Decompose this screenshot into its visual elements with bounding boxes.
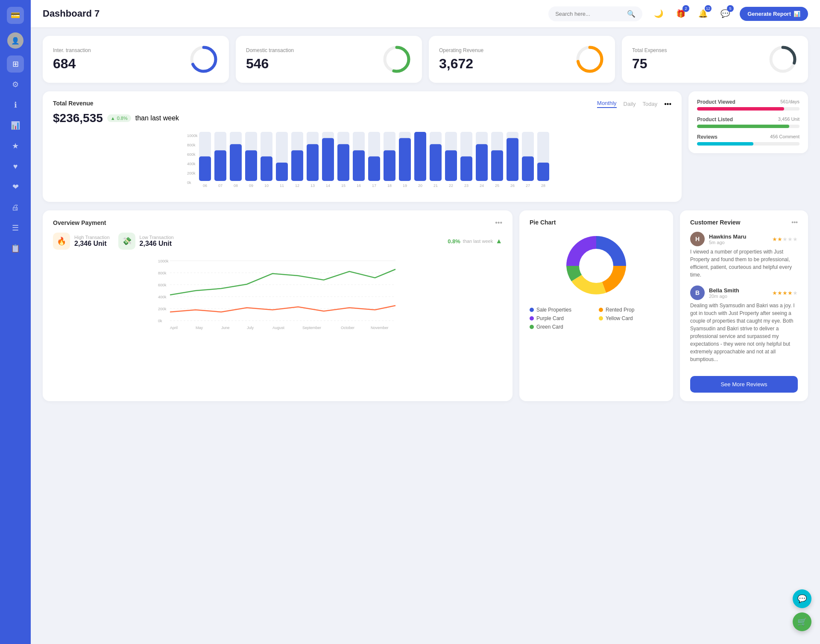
low-transaction-stat: 💸 Low Transaction 2,346 Unit bbox=[118, 233, 174, 250]
payment-chart: 1000k 800k 600k 400k 200k 0k bbox=[53, 256, 502, 333]
delta-label: than last week bbox=[135, 114, 179, 122]
generate-report-button[interactable]: Generate Report 📊 bbox=[740, 7, 808, 21]
stat-label-1: Domestic transaction bbox=[246, 47, 294, 53]
bell-badge: 12 bbox=[705, 5, 712, 12]
main-content: Dashboard 7 🔍 🌙 🎁 2 🔔 12 💬 5 Generate Re… bbox=[31, 0, 820, 644]
review-avatar-0: H bbox=[690, 232, 705, 246]
svg-rect-81 bbox=[537, 163, 549, 181]
chat-icon-btn[interactable]: 💬 5 bbox=[718, 6, 733, 21]
high-transaction-label: High Transaction bbox=[74, 235, 110, 240]
low-transaction-icon: 💸 bbox=[118, 233, 135, 250]
pie-chart-svg bbox=[562, 232, 630, 300]
high-transaction-stat: 🔥 High Transaction 2,346 Unit bbox=[53, 233, 110, 250]
svg-rect-42 bbox=[337, 144, 349, 181]
metric-item-1: Product Listed 3,456 Unit bbox=[697, 117, 800, 128]
reviews-card: Customer Review ••• H Hawkins Maru 5m ag… bbox=[680, 210, 808, 401]
see-more-reviews-button[interactable]: See More Reviews bbox=[690, 376, 798, 393]
payment-more-icon[interactable]: ••• bbox=[495, 219, 502, 227]
svg-text:15: 15 bbox=[341, 184, 346, 188]
svg-text:25: 25 bbox=[495, 184, 499, 188]
payment-card: Overview Payment ••• 🔥 High Transaction … bbox=[43, 210, 512, 401]
svg-rect-45 bbox=[353, 150, 365, 181]
sidebar-item-heart[interactable]: ♥ bbox=[7, 158, 24, 175]
revenue-amount: $236,535 bbox=[53, 111, 103, 125]
sidebar-item-star[interactable]: ★ bbox=[7, 137, 24, 154]
sidebar-item-menu[interactable]: ☰ bbox=[7, 219, 24, 236]
stat-donut-3 bbox=[768, 44, 798, 74]
svg-rect-39 bbox=[322, 138, 334, 181]
svg-rect-75 bbox=[507, 138, 518, 181]
metric-value-0: 561/days bbox=[780, 99, 800, 105]
avatar[interactable]: 👤 bbox=[7, 32, 23, 49]
metric-bar-1 bbox=[697, 125, 800, 128]
svg-rect-24 bbox=[245, 150, 257, 181]
chat-float-button[interactable]: 💬 bbox=[793, 589, 811, 608]
legend-yellow: Yellow Card bbox=[599, 315, 663, 321]
gift-icon-btn[interactable]: 🎁 2 bbox=[673, 6, 688, 21]
svg-rect-63 bbox=[445, 150, 457, 181]
stat-card-0: Inter. transaction 684 bbox=[43, 36, 229, 83]
svg-text:27: 27 bbox=[526, 184, 530, 188]
more-options-icon[interactable]: ••• bbox=[664, 100, 671, 108]
svg-text:April: April bbox=[170, 326, 178, 330]
sidebar-item-heart2[interactable]: ❤ bbox=[7, 178, 24, 195]
dashboard-area: Inter. transaction 684 Domestic transact… bbox=[31, 27, 820, 410]
svg-text:400k: 400k bbox=[158, 295, 167, 299]
tab-daily[interactable]: Daily bbox=[624, 101, 636, 107]
sidebar-item-dashboard[interactable]: ⊞ bbox=[7, 55, 24, 73]
svg-text:17: 17 bbox=[372, 184, 376, 188]
sidebar-item-settings[interactable]: ⚙ bbox=[7, 76, 24, 93]
reviews-title: Customer Review ••• bbox=[690, 219, 798, 226]
svg-text:18: 18 bbox=[387, 184, 392, 188]
svg-text:07: 07 bbox=[218, 184, 223, 188]
revenue-card: Total Revenue Monthly Daily Today ••• $2… bbox=[43, 91, 682, 202]
low-transaction-label: Low Transaction bbox=[140, 235, 174, 240]
sidebar-item-info[interactable]: ℹ bbox=[7, 96, 24, 114]
search-input[interactable] bbox=[555, 11, 624, 17]
sidebar-item-list[interactable]: 📋 bbox=[7, 240, 24, 257]
svg-text:June: June bbox=[221, 326, 230, 330]
svg-rect-33 bbox=[291, 150, 303, 181]
low-transaction-value: 2,346 Unit bbox=[140, 240, 174, 248]
app-logo[interactable]: 💳 bbox=[7, 7, 24, 24]
svg-rect-78 bbox=[522, 157, 534, 181]
svg-text:20: 20 bbox=[418, 184, 422, 188]
tab-monthly[interactable]: Monthly bbox=[597, 100, 617, 108]
payment-title: Overview Payment bbox=[53, 219, 106, 226]
svg-text:August: August bbox=[272, 326, 285, 330]
svg-text:September: September bbox=[302, 326, 321, 330]
sidebar-item-print[interactable]: 🖨 bbox=[7, 199, 24, 216]
svg-rect-60 bbox=[430, 144, 442, 181]
svg-text:1000k: 1000k bbox=[158, 259, 169, 263]
payment-delta-pct: 0.8% bbox=[448, 238, 460, 245]
review-header-1: B Bella Smith 20m ago ★★★★★ bbox=[690, 286, 798, 300]
review-item-1: B Bella Smith 20m ago ★★★★★ Dealing with… bbox=[690, 286, 798, 363]
search-bar[interactable]: 🔍 bbox=[548, 6, 642, 21]
reviews-more-icon[interactable]: ••• bbox=[791, 219, 798, 226]
bottom-row: Overview Payment ••• 🔥 High Transaction … bbox=[43, 210, 808, 401]
metric-label-1: Product Listed 3,456 Unit bbox=[697, 117, 800, 122]
revenue-title: Total Revenue bbox=[53, 100, 94, 107]
legend-sale: Sale Properties bbox=[530, 307, 594, 313]
svg-text:800k: 800k bbox=[187, 143, 196, 147]
page-title: Dashboard 7 bbox=[43, 8, 540, 19]
sidebar-item-chart[interactable]: 📊 bbox=[7, 117, 24, 134]
high-transaction-value: 2,346 Unit bbox=[74, 240, 110, 248]
metric-label-0: Product Viewed 561/days bbox=[697, 99, 800, 105]
svg-text:0k: 0k bbox=[187, 181, 191, 185]
svg-rect-21 bbox=[230, 144, 242, 181]
theme-toggle[interactable]: 🌙 bbox=[651, 6, 666, 21]
svg-rect-69 bbox=[476, 144, 488, 181]
high-transaction-icon: 🔥 bbox=[53, 233, 70, 250]
stat-info-1: Domestic transaction 546 bbox=[246, 47, 294, 72]
metrics-card: Product Viewed 561/days Product Listed 3… bbox=[688, 91, 808, 153]
bell-icon-btn[interactable]: 🔔 12 bbox=[695, 6, 711, 21]
svg-text:November: November bbox=[371, 326, 389, 330]
cart-float-button[interactable]: 🛒 bbox=[793, 612, 811, 631]
tab-today[interactable]: Today bbox=[642, 101, 657, 107]
metric-fill-2 bbox=[697, 142, 753, 146]
svg-text:21: 21 bbox=[433, 184, 438, 188]
legend-rented: Rented Prop bbox=[599, 307, 663, 313]
svg-text:200k: 200k bbox=[158, 307, 167, 311]
svg-rect-15 bbox=[199, 157, 211, 181]
